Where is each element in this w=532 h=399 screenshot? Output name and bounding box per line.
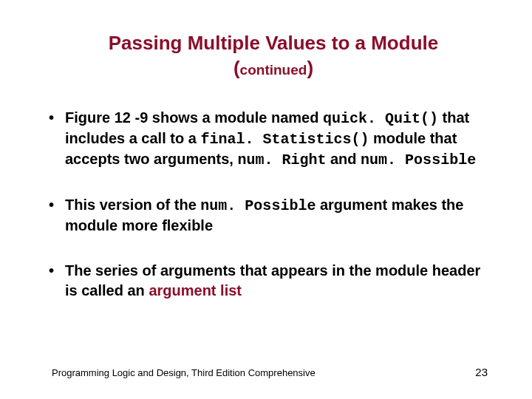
footer: Programming Logic and Design, Third Edit… xyxy=(52,366,488,378)
slide-title: Passing Multiple Values to a Module (con… xyxy=(44,31,488,81)
code-text: final. Statistics() xyxy=(200,131,369,148)
paren-open: ( xyxy=(233,57,240,79)
page-number: 23 xyxy=(475,366,488,378)
bullet-item: Figure 12 -9 shows a module named quick.… xyxy=(44,108,488,170)
slide: Passing Multiple Values to a Module (con… xyxy=(0,0,532,399)
accent-text: argument list xyxy=(149,282,242,299)
code-text: num. Possible xyxy=(200,197,316,214)
body-text: and xyxy=(326,151,361,167)
code-text: num. Possible xyxy=(361,151,476,168)
code-text: num. Right xyxy=(237,151,326,168)
body-text: This version of the xyxy=(65,197,200,213)
body-text: The series of arguments that appears in … xyxy=(65,262,480,299)
bullet-item: The series of arguments that appears in … xyxy=(44,261,488,301)
bullet-list: Figure 12 -9 shows a module named quick.… xyxy=(44,108,488,301)
code-text: quick. Quit() xyxy=(323,110,438,127)
title-main: Passing Multiple Values to a Module xyxy=(109,32,438,54)
bullet-item: This version of the num. Possible argume… xyxy=(44,195,488,236)
title-continued: continued xyxy=(240,62,307,78)
body-text: Figure 12 -9 shows a module named xyxy=(65,109,323,126)
footer-text: Programming Logic and Design, Third Edit… xyxy=(52,367,316,378)
paren-close: ) xyxy=(307,57,313,79)
